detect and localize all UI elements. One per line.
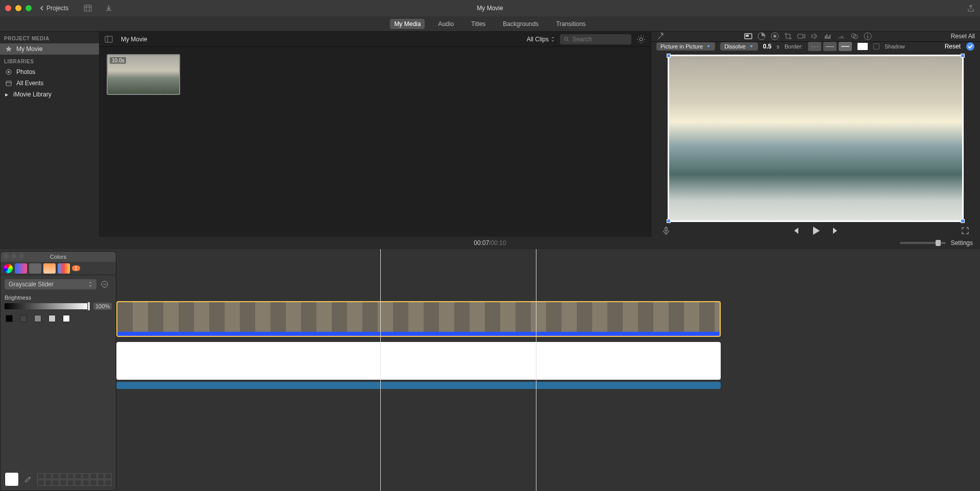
enhance-icon[interactable] [656,32,666,41]
shadow-label: Shadow [885,43,905,50]
swatch-gray[interactable] [34,315,41,322]
tab-audio[interactable]: Audio [434,19,458,29]
stabilization-button[interactable] [797,32,806,41]
border-color-well[interactable] [857,42,868,51]
preview-area [651,52,980,225]
panel-minimize-icon[interactable] [11,254,16,259]
brightness-knob[interactable] [87,302,90,311]
svg-point-6 [640,38,643,41]
sidebar-item-my-movie[interactable]: My Movie [0,43,99,55]
audio-clip[interactable] [116,382,721,389]
search-input[interactable] [572,36,627,43]
apply-icon[interactable] [966,42,975,51]
sidebar-toggle-icon[interactable] [105,35,113,43]
border-medium-button[interactable] [839,42,852,51]
brightness-value[interactable]: 100% [93,303,112,310]
resize-handle-tr[interactable] [961,54,965,58]
prev-button[interactable] [791,226,800,235]
current-color-well[interactable] [5,472,19,486]
crop-button[interactable] [783,32,793,41]
sidebar-item-imovie-library[interactable]: ▸ iMovie Library [0,89,99,100]
media-clip-thumbnail[interactable]: 10.0s [107,54,180,95]
color-wheel-tab[interactable] [4,264,13,273]
timeline: 00:07 / 00:10 Settings [0,237,980,491]
back-to-projects[interactable]: Projects [39,5,68,12]
swatch-dark-gray[interactable] [20,315,27,322]
tab-my-media[interactable]: My Media [390,19,425,29]
panel-zoom-icon[interactable] [19,254,24,259]
gear-icon[interactable] [636,35,646,44]
reset-all-button[interactable]: Reset All [951,33,975,40]
color-palettes-tab[interactable] [29,263,41,274]
library-icon[interactable] [84,4,92,12]
brightness-slider[interactable] [5,303,89,309]
brightness-label: Brightness [5,294,112,301]
speed-button[interactable] [837,32,846,41]
tab-transitions[interactable]: Transitions [552,19,590,29]
tab-titles[interactable]: Titles [467,19,489,29]
tab-backgrounds[interactable]: Backgrounds [499,19,543,29]
action-icon[interactable] [101,280,109,288]
share-icon[interactable] [967,4,975,12]
pip-frame[interactable] [668,55,964,222]
transition-duration-value[interactable]: 0.5 [763,43,772,50]
timeline-tracks[interactable] [0,249,980,491]
panel-close-icon[interactable] [4,254,9,259]
swatch-black[interactable] [6,315,13,322]
next-button[interactable] [831,226,841,235]
saved-colors-grid[interactable] [37,473,112,486]
zoom-slider[interactable] [900,242,946,244]
timeline-settings-button[interactable]: Settings [951,239,973,247]
libraries-header: LIBRARIES [0,55,99,66]
search-box[interactable] [560,34,631,44]
secondary-playhead[interactable] [536,249,536,491]
playhead[interactable] [380,249,381,491]
noise-reduction-button[interactable] [823,32,832,41]
pencils-tab[interactable] [58,263,70,274]
resize-handle-br[interactable] [961,219,965,223]
crop-icon [783,32,793,41]
eyedropper-icon[interactable] [24,475,32,483]
close-icon[interactable] [5,5,11,11]
background-clip[interactable] [116,342,721,380]
fullscreen-icon[interactable] [26,5,32,11]
resize-handle-tl[interactable] [667,54,671,58]
sidebar-item-photos[interactable]: Photos [0,66,99,78]
overlay-tool-button[interactable] [744,32,753,41]
color-balance-button[interactable] [757,32,766,41]
overlay-icon [744,32,753,41]
zoom-knob[interactable] [936,240,941,246]
border-none-button[interactable]: - - - [808,42,821,51]
shadow-checkbox[interactable] [873,43,879,50]
resize-handle-bl[interactable] [667,219,671,223]
slider-mode-dropdown[interactable]: Grayscale Slider [5,279,96,289]
voiceover-button[interactable] [662,226,671,235]
minimize-icon[interactable] [15,5,21,11]
border-thin-button[interactable] [823,42,837,51]
color-sliders-tab[interactable] [15,263,27,274]
overlay-type-dropdown[interactable]: Picture in Picture [656,42,715,51]
swatch-white[interactable] [63,315,70,322]
info-button[interactable] [863,32,872,41]
clips-filter-dropdown[interactable]: All Clips [527,36,555,43]
volume-button[interactable] [810,32,819,41]
play-button[interactable] [810,225,821,236]
play-icon [810,225,821,236]
svg-rect-0 [84,5,91,11]
chevron-down-icon [706,44,711,49]
video-clip[interactable] [116,301,721,337]
image-palettes-tab[interactable] [43,263,56,274]
colors-titlebar[interactable]: Colors [1,252,116,262]
transition-dropdown[interactable]: Dissolve [720,42,758,51]
import-icon[interactable] [105,4,113,12]
fullscreen-button[interactable] [961,226,970,235]
clip-filter-button[interactable] [850,32,859,41]
color-correction-button[interactable] [770,32,779,41]
transport-controls [651,225,980,237]
sidebar-item-all-events[interactable]: All Events [0,78,99,89]
reset-button[interactable]: Reset [945,43,961,50]
swatch-light-gray[interactable] [48,315,56,322]
equalizer-icon [823,32,832,41]
border-width-options: - - - [808,42,852,51]
tab-badge: 1 [72,265,80,271]
